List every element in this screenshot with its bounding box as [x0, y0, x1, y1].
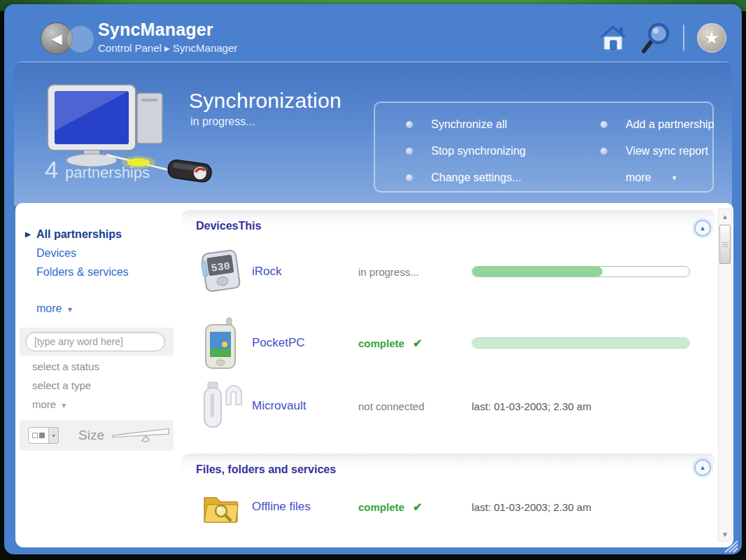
tasks-panel: Synchronize all Stop synchronizing Chang…	[374, 102, 714, 192]
forward-button[interactable]	[67, 26, 94, 52]
sidebar-more-toggle[interactable]: more ▾	[36, 302, 72, 315]
vertical-scrollbar[interactable]: ▲ ▼	[718, 209, 732, 542]
progress-bar	[472, 337, 690, 349]
main-panel: DevicesThis ▲ 530	[181, 203, 717, 547]
task-view-sync-report[interactable]: View sync report	[600, 145, 708, 158]
chevron-down-icon: ▾	[62, 400, 66, 410]
task-change-settings[interactable]: Change settings...	[406, 172, 521, 184]
microvault-device-icon	[189, 381, 252, 431]
device-name-link[interactable]: Microvault	[252, 399, 358, 413]
status-text: complete	[358, 501, 404, 513]
bullet-icon	[406, 148, 413, 155]
task-add-partnership[interactable]: Add a partnership	[600, 118, 714, 131]
device-row-pocketpc: PocketPC complete ✔	[189, 314, 708, 372]
titlebar-actions: ★	[598, 21, 726, 55]
tasks-more-toggle[interactable]: more ▾	[626, 172, 676, 184]
task-label: Change settings...	[431, 172, 521, 184]
item-row-offline-files: Offline files complete ✔ last: 01-03-200…	[189, 477, 708, 536]
home-button[interactable]	[598, 23, 628, 52]
sidebar-item-label: All partnerships	[36, 228, 122, 240]
sidebar-item-devices[interactable]: Devices	[36, 247, 76, 260]
collapse-section-button[interactable]: ▲	[694, 220, 711, 237]
size-label: Size	[78, 428, 104, 443]
filter-select-type[interactable]: select a type	[32, 379, 91, 391]
sidebar-item-folders-services[interactable]: Folders & services	[36, 266, 129, 279]
more-label: more	[36, 302, 62, 314]
item-status: complete ✔	[358, 500, 472, 514]
titlebar: ◀ SyncManager Control Panel ▸ SyncManage…	[4, 4, 742, 60]
chevron-up-icon: ▲	[700, 225, 706, 232]
header-band: 4 partnerships Synchronization in progre…	[14, 62, 732, 206]
pocketpc-device-icon	[189, 316, 252, 370]
partnership-count-number: 4	[45, 156, 58, 183]
collapse-section-button[interactable]: ▲	[694, 459, 711, 476]
section-files-folders-services: Files, folders and services ▲	[182, 454, 715, 547]
progress-bar-fill	[472, 267, 603, 276]
history-navigation: ◀	[41, 22, 104, 56]
section-title: DevicesThis	[196, 220, 261, 232]
scroll-down-icon: ▼	[722, 531, 729, 538]
sync-status-subtitle: in progress...	[190, 115, 255, 128]
chevron-up-icon: ▲	[700, 464, 706, 471]
view-mode-icon	[28, 427, 49, 444]
more-label: more	[626, 172, 651, 184]
filter-label-text: select a type	[32, 379, 91, 391]
task-label: Synchronize all	[431, 118, 507, 131]
scroll-up-icon: ▲	[722, 213, 729, 220]
bullet-icon	[600, 148, 607, 155]
title-block: SyncManager Control Panel ▸ SyncManager	[98, 20, 237, 55]
device-row-irock: 530 iRock in progress...	[189, 242, 708, 301]
sidebar: ▶ All partnerships Devices Folders & ser…	[15, 203, 181, 547]
bullet-icon	[406, 121, 413, 128]
chevron-down-icon: ▾	[68, 304, 72, 314]
back-icon: ◀	[51, 30, 62, 47]
device-name-link[interactable]: PocketPC	[252, 336, 358, 350]
filter-more-toggle[interactable]: more ▾	[32, 398, 66, 410]
view-size-panel: ▼ Size	[20, 420, 174, 451]
progress-bar-fill	[472, 338, 689, 348]
device-status: not connected	[358, 400, 472, 412]
page-title: SyncManager	[98, 20, 237, 40]
progress-bar	[472, 266, 690, 277]
device-status: complete ✔	[358, 337, 472, 350]
filter-select-status[interactable]: select a status	[32, 360, 99, 372]
status-text: complete	[358, 337, 404, 349]
item-name-link[interactable]: Offline files	[252, 500, 358, 514]
sync-status-title: Synchronization	[189, 89, 342, 113]
bullet-icon	[406, 174, 413, 181]
filter-label-text: select a status	[32, 360, 99, 372]
task-label: Add a partnership	[626, 118, 714, 131]
device-name-link[interactable]: iRock	[252, 265, 358, 279]
offline-files-folder-icon	[189, 489, 252, 524]
home-icon	[598, 23, 628, 52]
task-synchronize-all[interactable]: Synchronize all	[406, 118, 507, 131]
scroll-up-button[interactable]: ▲	[719, 211, 731, 222]
breadcrumb[interactable]: Control Panel ▸ SyncManager	[98, 42, 237, 55]
device-row-microvault: Microvault not connected last: 01-03-200…	[189, 377, 708, 435]
device-status: in progress...	[358, 266, 472, 278]
section-devices: DevicesThis ▲ 530	[182, 210, 715, 449]
size-slider[interactable]	[110, 424, 174, 447]
search-input[interactable]	[25, 332, 165, 351]
search-icon	[641, 22, 670, 54]
scrollbar-thumb[interactable]	[719, 225, 731, 264]
view-selector-dropdown[interactable]: ▼	[28, 427, 59, 444]
resize-grip[interactable]	[722, 539, 739, 553]
favorites-button[interactable]: ★	[697, 23, 726, 52]
search-button[interactable]	[641, 22, 670, 54]
scroll-down-button[interactable]: ▼	[719, 528, 731, 540]
sidebar-item-all-partnerships[interactable]: ▶ All partnerships	[36, 228, 122, 241]
last-sync-timestamp: last: 01-03-2003; 2.30 am	[472, 501, 708, 513]
slider-handle	[141, 436, 149, 442]
star-icon: ★	[704, 29, 719, 47]
more-label: more	[32, 398, 56, 410]
irock-device-icon: 530	[189, 246, 252, 297]
task-stop-synchronizing[interactable]: Stop synchronizing	[406, 145, 526, 158]
last-sync-timestamp: last: 01-03-2003; 2.30 am	[472, 400, 708, 412]
check-icon: ✔	[413, 501, 422, 513]
sidebar-item-label: Devices	[36, 247, 76, 259]
titlebar-divider	[683, 24, 684, 51]
partnership-count-label: partnerships	[65, 164, 150, 182]
task-label: View sync report	[626, 145, 708, 158]
content-area: ▶ All partnerships Devices Folders & ser…	[15, 203, 733, 547]
